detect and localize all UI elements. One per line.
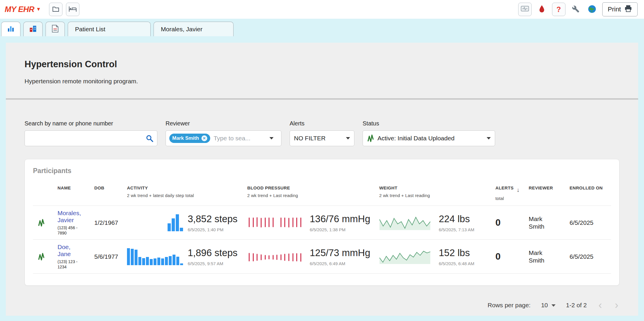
printer-icon: [624, 5, 632, 14]
monitor-waveform-icon: [521, 6, 529, 13]
tab-patient-morales-label: Morales, Javier: [161, 26, 202, 33]
column-activity: ACTIVITY 2 wk trend + latest daily step …: [127, 185, 247, 198]
status-label: Status: [363, 120, 495, 127]
bp-timestamp: 6/5/2025, 6:49 AM: [310, 261, 370, 266]
caret-down-icon: [487, 137, 491, 139]
reviewer-combobox[interactable]: Mark Smith ✕ Type to sea...: [166, 130, 281, 146]
activity-timestamp: 6/5/2025, 9:57 AM: [188, 261, 238, 266]
caret-down-icon: [346, 137, 350, 139]
caret-down-icon: [269, 137, 274, 139]
status-filter: Status Active: Initial Data Uploaded: [363, 120, 495, 146]
row-status-cell: [33, 218, 58, 227]
column-bp: BLOOD PRESSURE 2 wk trend + Last reading: [247, 185, 379, 198]
enrolled-cell: 6/5/2025: [570, 253, 611, 260]
reviewer-filter: Reviewer Mark Smith ✕ Type to sea...: [166, 120, 281, 146]
status-select[interactable]: Active: Initial Data Uploaded: [363, 130, 495, 146]
tab-patient-morales[interactable]: Morales, Javier: [154, 22, 234, 36]
participants-title: Participants: [33, 167, 611, 175]
alerts-count: 0: [495, 217, 501, 228]
page-head: Hypertension Control Hypertension remote…: [6, 43, 638, 85]
status-select-value: Active: Initial Data Uploaded: [377, 135, 455, 142]
bp-trend-chart: [247, 215, 303, 230]
bed-icon: [69, 6, 76, 13]
column-bp-label: BLOOD PRESSURE: [247, 185, 376, 190]
weight-timestamp: 6/5/2025, 6:48 AM: [439, 261, 474, 266]
filters-row: Search by name or phone number Reviewer …: [6, 100, 638, 146]
column-activity-sub: 2 wk trend + latest daily step total: [127, 193, 244, 198]
column-alerts-sub: total: [495, 196, 525, 201]
column-dob: DOB: [94, 185, 127, 190]
tab-hospital[interactable]: [23, 22, 43, 36]
device-monitor-button[interactable]: [518, 3, 532, 16]
rows-per-page-select[interactable]: 10: [541, 302, 555, 309]
tab-bar: Patient List Morales, Javier: [0, 19, 644, 36]
tab-dashboard[interactable]: [1, 22, 20, 36]
chip-remove-icon[interactable]: ✕: [201, 135, 207, 141]
search-input[interactable]: [25, 135, 146, 142]
row-status-cell: [33, 252, 58, 261]
patient-name-link[interactable]: Morales, Javier: [58, 210, 91, 224]
blood-drop-button[interactable]: [536, 3, 548, 15]
topbar: MY EHR ▼ ?: [0, 0, 644, 19]
activity-cell: 3,852 steps 6/5/2025, 1:40 PM: [127, 213, 247, 232]
sort-desc-icon[interactable]: ↓: [516, 187, 519, 193]
document-icon: [52, 25, 58, 34]
globe-icon: [588, 5, 596, 14]
status-pulse-icon: [367, 134, 374, 143]
alerts-count: 0: [495, 251, 501, 262]
globe-button[interactable]: [586, 3, 598, 15]
status-pulse-icon: [38, 252, 54, 261]
weight-value: 224 lbs: [439, 213, 474, 225]
column-weight-sub: 2 wk trend + Last reading: [379, 193, 492, 198]
weight-value: 152 lbs: [439, 247, 474, 258]
patient-phone: (123) 456 - 7890: [58, 225, 91, 236]
reviewer-label: Reviewer: [166, 120, 281, 127]
column-weight-label: WEIGHT: [379, 185, 492, 190]
app-logo[interactable]: MY EHR ▼: [5, 5, 41, 14]
blood-drop-icon: [539, 5, 545, 14]
page-title: Hypertension Control: [25, 59, 619, 70]
participants-card: Participants NAME DOB ACTIVITY 2 wk tren…: [25, 159, 619, 286]
patient-name-link[interactable]: Doe, Jane: [58, 244, 91, 258]
settings-wrench-button[interactable]: [570, 3, 582, 15]
activity-sparkbars: [127, 214, 183, 231]
patient-dob: 5/6/1977: [94, 253, 127, 260]
bp-cell: 136/76 mmHg 6/5/2025, 1:38 PM: [247, 213, 379, 232]
caret-down-icon: [551, 304, 556, 307]
bp-value: 136/76 mmHg: [310, 213, 370, 225]
patient-name-cell: Doe, Jane (123) 123 - 1234: [58, 244, 94, 270]
patient-phone: (123) 123 - 1234: [58, 259, 91, 270]
question-icon: ?: [556, 5, 561, 14]
table-row: Doe, Jane (123) 123 - 1234 5/6/1977 1,89…: [33, 240, 611, 274]
weight-cell: 152 lbs 6/5/2025, 6:48 AM: [379, 247, 495, 266]
bp-timestamp: 6/5/2025, 1:38 PM: [310, 227, 370, 232]
tab-notes[interactable]: [46, 22, 65, 36]
folder-button[interactable]: [49, 3, 62, 16]
print-button[interactable]: Print: [602, 2, 638, 16]
hospital-icon: [29, 25, 37, 33]
column-weight: WEIGHT 2 wk trend + Last reading: [379, 185, 495, 198]
search-label: Search by name or phone number: [25, 120, 157, 127]
tab-patient-list[interactable]: Patient List: [68, 22, 151, 36]
help-button[interactable]: ?: [552, 3, 565, 16]
column-reviewer: REVIEWER: [529, 185, 570, 191]
bed-button[interactable]: [66, 3, 79, 16]
page-subtitle: Hypertension remote monitoring program.: [25, 78, 619, 85]
column-alerts: ALERTS ↓ total: [495, 185, 529, 201]
weight-sparkline: [379, 215, 431, 230]
rows-per-page-value: 10: [541, 302, 548, 309]
activity-sparkbars: [127, 248, 183, 265]
bp-value: 125/73 mmHg: [310, 247, 370, 258]
alerts-select[interactable]: NO FILTER: [290, 130, 354, 146]
previous-page-button[interactable]: ‹: [597, 300, 603, 310]
activity-value: 3,852 steps: [188, 213, 238, 225]
search-icon[interactable]: [146, 134, 157, 142]
logo-caret-icon: ▼: [36, 6, 41, 12]
reviewer-cell: Mark Smith: [529, 249, 570, 264]
table-header: NAME DOB ACTIVITY 2 wk trend + latest da…: [33, 185, 611, 206]
activity-cell: 1,896 steps 6/5/2025, 9:57 AM: [127, 247, 247, 266]
next-page-button[interactable]: ›: [614, 300, 619, 310]
bp-cell: 125/73 mmHg 6/5/2025, 6:49 AM: [247, 247, 379, 266]
alerts-select-value: NO FILTER: [294, 135, 326, 142]
column-name: NAME: [58, 185, 94, 190]
